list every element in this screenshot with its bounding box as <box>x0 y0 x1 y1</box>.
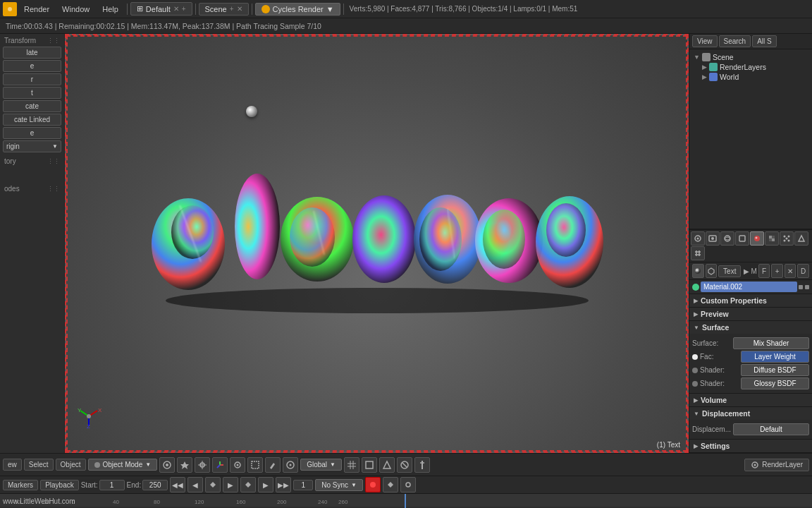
layout-close-icon[interactable]: ✕ <box>173 5 179 13</box>
svg-point-45 <box>166 464 168 466</box>
start-field[interactable]: 1 <box>99 480 125 490</box>
scene-expand-icon: ▼ <box>694 54 700 61</box>
menu-help[interactable]: Help <box>97 4 124 15</box>
custom-properties-header[interactable]: ▶ Custom Properties <box>689 294 812 307</box>
mat-remove-btn[interactable]: ✕ <box>785 264 796 278</box>
preview-header[interactable]: ▶ Preview <box>689 308 812 320</box>
delete-btn[interactable]: e <box>3 127 61 139</box>
material-name-field[interactable]: Material.002 <box>701 282 797 292</box>
jump-end-btn[interactable]: ▶▶ <box>276 477 291 492</box>
origin-dropdown[interactable]: rigin ▼ <box>3 140 61 152</box>
obj-right-icon[interactable]: ▶ <box>744 267 749 275</box>
shader1-value-btn[interactable]: Diffuse BSDF <box>741 364 809 376</box>
playback-btn[interactable]: Playback <box>40 480 79 490</box>
duplicate-btn[interactable]: cate <box>3 100 61 112</box>
mat-add-btn[interactable]: + <box>771 264 783 278</box>
camera-icon-btn[interactable] <box>691 231 705 246</box>
extra-icon2[interactable] <box>379 457 395 473</box>
select-menu-btn[interactable]: Select <box>24 459 54 471</box>
duplicate-linked-btn[interactable]: cate Linked <box>3 114 61 126</box>
disp-value-btn[interactable]: Default <box>733 423 809 435</box>
scene-add-icon[interactable]: + <box>230 5 234 13</box>
prev-keyframe-btn[interactable] <box>205 477 221 492</box>
surface-header[interactable]: ▼ Surface <box>689 321 812 334</box>
scene-selector[interactable]: Scene + ✕ <box>199 3 249 16</box>
object-icon-btn[interactable] <box>735 231 749 246</box>
extra-icon3[interactable] <box>397 457 412 473</box>
extra-icon4[interactable] <box>414 457 430 473</box>
displacement-header[interactable]: ▼ Displacement <box>689 407 812 420</box>
sync-selector[interactable]: No Sync ▼ <box>315 479 363 491</box>
end-field[interactable]: 250 <box>142 480 168 490</box>
renderlayer-btn[interactable]: RenderLayer <box>744 459 809 471</box>
extra-icon1[interactable] <box>362 457 377 473</box>
constraints-icon-btn[interactable] <box>691 246 705 260</box>
pivot-icon-btn[interactable] <box>195 457 210 473</box>
prev-frame-btn[interactable]: ◀ <box>187 477 203 492</box>
mirror-btn[interactable]: t <box>3 87 61 99</box>
jump-start-btn[interactable]: ◀◀ <box>170 477 185 492</box>
physics-icon-btn[interactable] <box>794 231 808 246</box>
mat-d-btn[interactable]: D <box>797 264 809 278</box>
select-box-icon[interactable] <box>247 457 263 473</box>
markers-btn[interactable]: Markers <box>3 480 38 490</box>
paint-icon-btn[interactable] <box>265 457 281 473</box>
text-object-label[interactable]: Text <box>718 265 741 277</box>
menu-render[interactable]: Render <box>18 4 55 15</box>
mat-sphere-icon[interactable] <box>692 264 704 278</box>
tree-item-renderlayers[interactable]: ▶ RenderLayers <box>691 62 811 72</box>
next-frame-btn[interactable]: ▶ <box>258 477 273 492</box>
object-menu-btn[interactable]: Object <box>56 459 86 471</box>
modes-dots: ⋮⋮ <box>47 186 60 193</box>
rotate-btn[interactable]: e <box>3 60 61 72</box>
next-keyframe-btn[interactable] <box>240 477 256 492</box>
texture-icon-btn[interactable] <box>765 231 779 246</box>
mat-f-btn[interactable]: F <box>758 264 770 278</box>
tab-all[interactable]: All S <box>752 35 777 47</box>
fac-dot <box>692 354 698 360</box>
layout-add-icon[interactable]: + <box>182 5 186 13</box>
fac-value-btn[interactable]: Layer Weight <box>741 351 809 363</box>
grid-icon-btn[interactable] <box>344 457 359 473</box>
keyframe-icon-btn[interactable] <box>383 477 398 492</box>
scene-close-icon[interactable]: ✕ <box>237 5 242 13</box>
record-btn[interactable] <box>365 477 381 492</box>
play-btn[interactable]: ▶ <box>223 477 238 492</box>
renderlayer-label: RenderLayer <box>762 461 803 468</box>
scale-btn[interactable]: r <box>3 73 61 85</box>
tree-item-scene[interactable]: ▼ Scene <box>691 52 811 62</box>
timeline-ruler[interactable]: -50 -20 0 40 80 120 160 200 240 260 <box>0 494 812 508</box>
volume-header[interactable]: ▶ Volume <box>689 394 812 406</box>
lamp-icon-btn[interactable] <box>177 457 192 473</box>
render-icon-btn[interactable] <box>706 231 720 246</box>
translate-btn[interactable]: late <box>3 47 61 59</box>
svg-marker-63 <box>383 461 390 468</box>
settings-header[interactable]: ▶ Settings <box>689 440 812 452</box>
view-menu-btn[interactable]: ew <box>3 459 22 471</box>
auto-key-btn[interactable] <box>400 477 416 492</box>
world-expand-icon: ▶ <box>702 73 707 80</box>
surface-value-btn[interactable]: Mix Shader <box>733 337 809 349</box>
material-icon-btn[interactable] <box>750 231 764 246</box>
shader2-value-btn[interactable]: Glossy BSDF <box>741 377 809 389</box>
mat-cube-icon[interactable] <box>706 264 718 278</box>
viewport-3d[interactable]: X Y Z (1) Text <box>65 34 689 453</box>
layout-selector[interactable]: ⊞ Default ✕ + <box>130 2 192 16</box>
svg-point-37 <box>784 236 786 238</box>
menu-window[interactable]: Window <box>56 4 95 15</box>
current-frame-field[interactable]: 1 <box>293 480 313 490</box>
manipulator-icon-btn[interactable] <box>212 457 228 473</box>
tab-view[interactable]: View <box>692 35 718 47</box>
tab-search[interactable]: Search <box>719 35 751 47</box>
particles-icon-btn[interactable] <box>780 231 794 246</box>
engine-selector[interactable]: Cycles Render ▼ <box>255 3 340 16</box>
coord-system-selector[interactable]: Global ▼ <box>300 459 342 471</box>
proportional-icon[interactable] <box>283 457 298 473</box>
world-icon-btn[interactable] <box>720 231 734 246</box>
shader2-row: Shader: Glossy BSDF <box>692 377 809 389</box>
snap-icon-btn[interactable] <box>230 457 245 473</box>
tree-item-world[interactable]: ▶ World <box>691 72 811 82</box>
mode-selector[interactable]: Object Mode ▼ <box>88 459 158 471</box>
shader-sphere-icon[interactable] <box>159 457 175 473</box>
displacement-section: ▼ Displacement Displacem... Default <box>689 407 812 440</box>
